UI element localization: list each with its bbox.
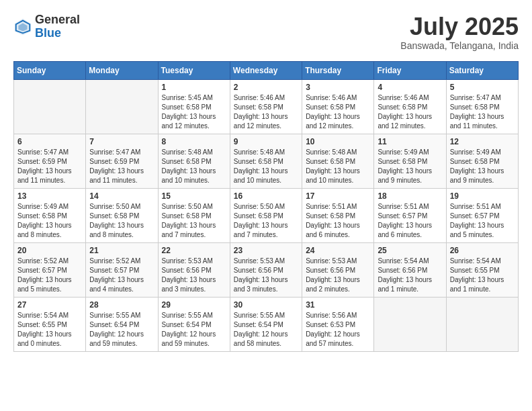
calendar-cell: 2Sunrise: 5:46 AM Sunset: 6:58 PM Daylig… [230,79,302,134]
day-info: Sunrise: 5:49 AM Sunset: 6:58 PM Dayligh… [450,148,515,185]
day-number: 28 [89,300,154,310]
calendar-cell [14,79,86,134]
calendar-week-row: 1Sunrise: 5:45 AM Sunset: 6:58 PM Daylig… [14,79,519,134]
calendar-cell: 14Sunrise: 5:50 AM Sunset: 6:58 PM Dayli… [86,188,158,242]
calendar-cell: 31Sunrise: 5:56 AM Sunset: 6:53 PM Dayli… [302,297,374,351]
day-number: 3 [306,83,370,92]
day-number: 8 [162,137,226,146]
calendar-table: SundayMondayTuesdayWednesdayThursdayFrid… [13,61,519,352]
day-info: Sunrise: 5:49 AM Sunset: 6:58 PM Dayligh… [378,148,442,185]
day-of-week-header: Saturday [446,61,518,79]
calendar-cell: 29Sunrise: 5:55 AM Sunset: 6:54 PM Dayli… [158,297,230,351]
calendar-cell: 7Sunrise: 5:47 AM Sunset: 6:59 PM Daylig… [86,134,158,188]
day-info: Sunrise: 5:50 AM Sunset: 6:58 PM Dayligh… [89,202,154,240]
day-number: 26 [450,246,515,255]
calendar-cell: 21Sunrise: 5:52 AM Sunset: 6:57 PM Dayli… [86,242,158,297]
calendar-week-row: 27Sunrise: 5:54 AM Sunset: 6:55 PM Dayli… [14,297,519,351]
day-info: Sunrise: 5:49 AM Sunset: 6:58 PM Dayligh… [17,202,82,240]
day-of-week-header: Monday [86,61,158,79]
day-info: Sunrise: 5:52 AM Sunset: 6:57 PM Dayligh… [89,257,154,294]
day-info: Sunrise: 5:53 AM Sunset: 6:56 PM Dayligh… [306,257,370,294]
calendar-cell: 10Sunrise: 5:48 AM Sunset: 6:58 PM Dayli… [302,134,374,188]
day-number: 9 [234,137,298,146]
day-number: 1 [162,83,226,92]
day-info: Sunrise: 5:53 AM Sunset: 6:56 PM Dayligh… [234,257,298,294]
logo-text: General Blue [35,13,80,40]
calendar-week-row: 6Sunrise: 5:47 AM Sunset: 6:59 PM Daylig… [14,134,519,188]
day-number: 14 [89,191,154,201]
calendar-cell: 1Sunrise: 5:45 AM Sunset: 6:58 PM Daylig… [158,79,230,134]
calendar-cell: 15Sunrise: 5:50 AM Sunset: 6:58 PM Dayli… [158,188,230,242]
calendar-cell: 23Sunrise: 5:53 AM Sunset: 6:56 PM Dayli… [230,242,302,297]
day-of-week-header: Sunday [14,61,86,79]
day-info: Sunrise: 5:55 AM Sunset: 6:54 PM Dayligh… [234,311,298,349]
calendar-cell: 6Sunrise: 5:47 AM Sunset: 6:59 PM Daylig… [14,134,86,188]
calendar-header-row: SundayMondayTuesdayWednesdayThursdayFrid… [14,61,519,79]
logo: General Blue [13,13,80,40]
day-number: 15 [162,191,226,201]
day-info: Sunrise: 5:47 AM Sunset: 6:59 PM Dayligh… [89,148,154,185]
day-number: 18 [378,191,442,201]
calendar-cell: 13Sunrise: 5:49 AM Sunset: 6:58 PM Dayli… [14,188,86,242]
calendar-cell: 20Sunrise: 5:52 AM Sunset: 6:57 PM Dayli… [14,242,86,297]
calendar-cell: 19Sunrise: 5:51 AM Sunset: 6:57 PM Dayli… [446,188,518,242]
day-number: 31 [306,300,370,310]
day-info: Sunrise: 5:55 AM Sunset: 6:54 PM Dayligh… [89,311,154,349]
day-info: Sunrise: 5:50 AM Sunset: 6:58 PM Dayligh… [162,202,226,240]
day-number: 11 [378,137,442,146]
day-info: Sunrise: 5:55 AM Sunset: 6:54 PM Dayligh… [162,311,226,349]
day-number: 17 [306,191,370,201]
day-number: 12 [450,137,515,146]
day-info: Sunrise: 5:54 AM Sunset: 6:55 PM Dayligh… [450,257,515,294]
day-of-week-header: Wednesday [230,61,302,79]
day-info: Sunrise: 5:46 AM Sunset: 6:58 PM Dayligh… [234,93,298,131]
day-of-week-header: Thursday [302,61,374,79]
day-info: Sunrise: 5:46 AM Sunset: 6:58 PM Dayligh… [306,93,370,131]
day-info: Sunrise: 5:51 AM Sunset: 6:58 PM Dayligh… [306,202,370,240]
month-title: July 2025 [400,13,519,40]
day-number: 2 [234,83,298,92]
calendar-week-row: 20Sunrise: 5:52 AM Sunset: 6:57 PM Dayli… [14,242,519,297]
day-info: Sunrise: 5:48 AM Sunset: 6:58 PM Dayligh… [162,148,226,185]
calendar-cell: 30Sunrise: 5:55 AM Sunset: 6:54 PM Dayli… [230,297,302,351]
day-info: Sunrise: 5:48 AM Sunset: 6:58 PM Dayligh… [306,148,370,185]
calendar-cell [446,297,518,351]
day-number: 13 [17,191,82,201]
calendar-week-row: 13Sunrise: 5:49 AM Sunset: 6:58 PM Dayli… [14,188,519,242]
calendar-cell: 5Sunrise: 5:47 AM Sunset: 6:58 PM Daylig… [446,79,518,134]
logo-blue-text: Blue [35,27,80,40]
day-info: Sunrise: 5:56 AM Sunset: 6:53 PM Dayligh… [306,311,370,349]
calendar-cell: 18Sunrise: 5:51 AM Sunset: 6:57 PM Dayli… [374,188,446,242]
day-number: 6 [17,137,82,146]
location: Banswada, Telangana, India [400,40,519,51]
calendar-cell: 12Sunrise: 5:49 AM Sunset: 6:58 PM Dayli… [446,134,518,188]
day-info: Sunrise: 5:47 AM Sunset: 6:59 PM Dayligh… [17,148,82,185]
day-number: 29 [162,300,226,310]
calendar-cell: 8Sunrise: 5:48 AM Sunset: 6:58 PM Daylig… [158,134,230,188]
day-number: 10 [306,137,370,146]
calendar-cell [374,297,446,351]
calendar-cell: 26Sunrise: 5:54 AM Sunset: 6:55 PM Dayli… [446,242,518,297]
day-info: Sunrise: 5:51 AM Sunset: 6:57 PM Dayligh… [378,202,442,240]
day-number: 22 [162,246,226,255]
day-number: 7 [89,137,154,146]
day-info: Sunrise: 5:45 AM Sunset: 6:58 PM Dayligh… [162,93,226,131]
day-number: 4 [378,83,442,92]
calendar-cell: 17Sunrise: 5:51 AM Sunset: 6:58 PM Dayli… [302,188,374,242]
day-number: 25 [378,246,442,255]
day-number: 5 [450,83,515,92]
day-number: 30 [234,300,298,310]
day-number: 21 [89,246,154,255]
calendar-cell: 11Sunrise: 5:49 AM Sunset: 6:58 PM Dayli… [374,134,446,188]
day-number: 24 [306,246,370,255]
calendar-cell: 9Sunrise: 5:48 AM Sunset: 6:58 PM Daylig… [230,134,302,188]
day-number: 27 [17,300,82,310]
day-info: Sunrise: 5:52 AM Sunset: 6:57 PM Dayligh… [17,257,82,294]
title-area: July 2025 Banswada, Telangana, India [400,13,519,51]
day-number: 16 [234,191,298,201]
day-info: Sunrise: 5:54 AM Sunset: 6:56 PM Dayligh… [378,257,442,294]
day-info: Sunrise: 5:54 AM Sunset: 6:55 PM Dayligh… [17,311,82,349]
logo-icon [13,17,32,36]
calendar-cell: 4Sunrise: 5:46 AM Sunset: 6:58 PM Daylig… [374,79,446,134]
day-info: Sunrise: 5:46 AM Sunset: 6:58 PM Dayligh… [378,93,442,131]
